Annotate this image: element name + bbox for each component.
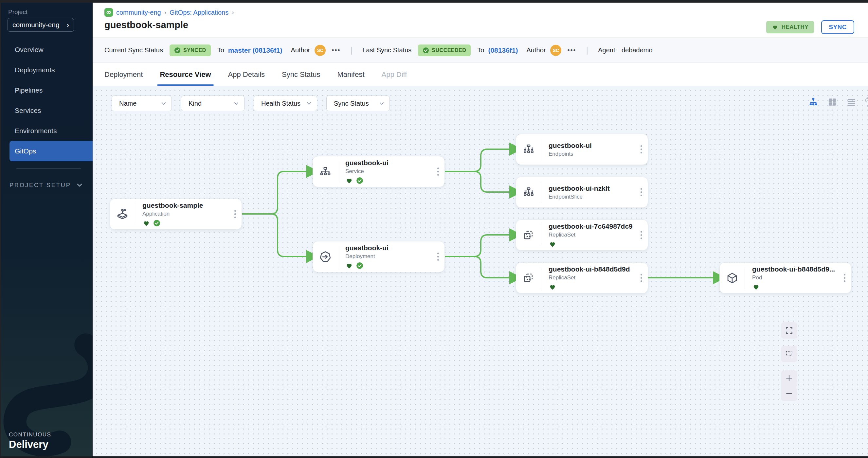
gitops-app-icon	[104, 8, 113, 17]
node-title: guestbook-ui	[345, 244, 431, 252]
node-title: guestbook-ui-nzklt	[549, 185, 634, 192]
sidebar-item-overview[interactable]: Overview	[9, 40, 93, 60]
grid-view-button[interactable]	[826, 96, 839, 108]
marquee-select-icon	[785, 350, 794, 358]
resource-filters: Name Kind Health Status Sync Status	[112, 96, 390, 111]
sidebar-item-deployments[interactable]: Deployments	[9, 60, 93, 80]
node-title: guestbook-ui-b848d5d9d	[549, 265, 634, 273]
node-menu-button[interactable]	[634, 177, 648, 207]
breadcrumb: community-eng › GitOps: Applications ›	[104, 8, 234, 17]
check-circle-icon	[174, 47, 181, 54]
healthy-heart-icon	[549, 283, 556, 291]
tab-app-details[interactable]: App Details	[228, 63, 265, 86]
replicaset-icon	[516, 220, 541, 250]
sidebar-item-environments[interactable]: Environments	[9, 121, 93, 141]
last-author-avatar[interactable]: SC	[550, 45, 561, 56]
current-sync-target-link[interactable]: master (08136f1)	[228, 46, 282, 54]
healthy-heart-icon	[752, 283, 760, 291]
filter-name-select[interactable]: Name	[112, 96, 172, 111]
node-service-guestbook-ui[interactable]: guestbook-ui Service	[313, 156, 445, 187]
cluster-network-icon[interactable]	[864, 96, 868, 108]
project-setup-label: PROJECT SETUP	[9, 182, 71, 189]
node-endpointslice-guestbook-ui-nzklt[interactable]: guestbook-ui-nzklt EndpointSlice	[516, 177, 648, 208]
node-title: guestbook-ui	[345, 159, 431, 167]
resource-graph-canvas[interactable]: Name Kind Health Status Sync Status	[93, 86, 868, 456]
zoom-in-button[interactable]	[781, 371, 797, 385]
healthy-heart-icon	[345, 177, 353, 185]
node-menu-button[interactable]	[634, 263, 648, 293]
chevron-down-icon	[306, 101, 312, 106]
node-kind: ReplicaSet	[549, 274, 634, 281]
node-title: guestbook-ui-7c64987dc9	[549, 223, 634, 230]
node-replicaset-guestbook-ui-7c64987dc9[interactable]: guestbook-ui-7c64987dc9 ReplicaSet	[516, 220, 648, 251]
breadcrumb-separator: ›	[232, 9, 234, 16]
last-commit-menu-button[interactable]: •••	[567, 46, 576, 54]
tab-sync-status[interactable]: Sync Status	[282, 63, 320, 86]
filter-sync-status-select[interactable]: Sync Status	[326, 96, 390, 111]
endpointslice-icon	[516, 177, 541, 207]
sync-button[interactable]: SYNC	[821, 20, 854, 34]
sidebar-item-services[interactable]: Services	[9, 100, 93, 121]
node-replicaset-guestbook-ui-b848d5d9d[interactable]: guestbook-ui-b848d5d9d ReplicaSet	[516, 262, 648, 293]
replicaset-icon	[516, 263, 541, 293]
node-kind: ReplicaSet	[549, 232, 634, 238]
node-application-guestbook-sample[interactable]: guestbook-sample Application	[110, 199, 242, 230]
node-menu-button[interactable]	[634, 134, 648, 165]
breadcrumb-section-link[interactable]: GitOps: Applications	[169, 9, 228, 17]
last-sync-target-link[interactable]: (08136f1)	[488, 46, 518, 54]
breadcrumb-project-link[interactable]: community-eng	[116, 9, 161, 17]
healthy-heart-icon	[143, 219, 150, 227]
node-menu-button[interactable]	[838, 263, 851, 293]
tab-resource-view[interactable]: Resource View	[160, 63, 211, 86]
breadcrumb-separator: ›	[164, 9, 166, 16]
node-menu-button[interactable]	[431, 156, 444, 187]
tab-app-diff[interactable]: App Diff	[382, 63, 407, 86]
module-brand: CONTINUOUS Delivery	[9, 431, 51, 451]
zoom-out-button[interactable]	[781, 386, 797, 401]
minus-icon	[785, 389, 794, 398]
node-pod-guestbook-ui-b848d5d9[interactable]: guestbook-ui-b848d5d9... Pod	[719, 262, 851, 293]
healthy-heart-icon	[345, 262, 353, 269]
last-to-label: To	[477, 46, 484, 54]
node-kind: Pod	[752, 274, 838, 281]
node-menu-button[interactable]	[431, 241, 444, 272]
sidebar-item-gitops[interactable]: GitOps	[9, 141, 93, 161]
sidebar-nav: Overview Deployments Pipelines Services …	[1, 40, 93, 161]
pod-icon	[720, 263, 745, 293]
node-menu-button[interactable]	[228, 199, 242, 229]
plus-icon	[785, 374, 794, 383]
status-divider: |	[350, 45, 353, 55]
chevron-down-icon	[76, 182, 83, 189]
chevron-right-icon: ›	[67, 21, 69, 29]
last-sync-status-label: Last Sync Status	[362, 46, 411, 54]
tab-deployment[interactable]: Deployment	[104, 63, 143, 86]
health-status-badge: HEALTHY	[766, 21, 814, 33]
health-badge-label: HEALTHY	[782, 24, 809, 30]
node-title: guestbook-ui	[549, 142, 634, 150]
node-kind: Service	[345, 168, 431, 175]
node-kind: Application	[143, 211, 228, 217]
tab-manifest[interactable]: Manifest	[337, 63, 364, 86]
synced-check-icon	[356, 177, 363, 184]
deployment-icon	[313, 241, 338, 272]
sidebar-divider	[17, 168, 81, 169]
filter-kind-select[interactable]: Kind	[181, 96, 245, 111]
status-divider: |	[586, 45, 588, 55]
healthy-heart-icon	[549, 240, 556, 248]
sidebar-item-pipelines[interactable]: Pipelines	[9, 80, 93, 100]
project-setup-toggle[interactable]: PROJECT SETUP	[9, 178, 88, 192]
node-menu-button[interactable]	[634, 220, 648, 250]
tree-view-button[interactable]	[807, 96, 819, 108]
current-commit-menu-button[interactable]: •••	[332, 46, 340, 54]
node-endpoints-guestbook-ui[interactable]: guestbook-ui Endpoints	[516, 134, 648, 165]
list-view-button[interactable]	[845, 96, 858, 108]
fullscreen-button[interactable]	[781, 322, 797, 338]
filter-health-status-select[interactable]: Health Status	[254, 96, 317, 111]
page-title: guestbook-sample	[104, 20, 188, 30]
current-author-avatar[interactable]: SC	[314, 45, 326, 56]
project-selector[interactable]: community-eng ›	[7, 18, 74, 32]
page-header: community-eng › GitOps: Applications › g…	[93, 3, 868, 38]
node-deployment-guestbook-ui[interactable]: guestbook-ui Deployment	[313, 241, 445, 272]
marquee-select-button[interactable]	[781, 346, 797, 362]
window-chrome-bottom	[0, 456, 868, 458]
